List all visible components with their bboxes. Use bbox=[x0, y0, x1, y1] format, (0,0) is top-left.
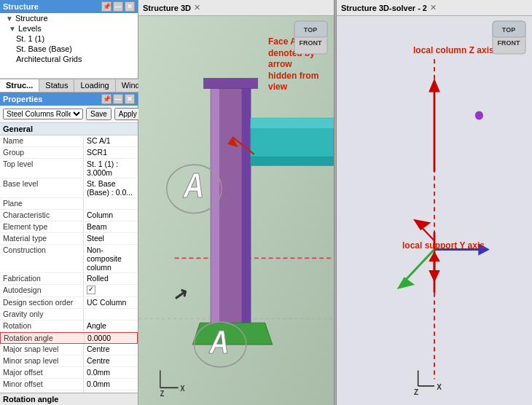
svg-text:A: A bbox=[208, 323, 229, 361]
svg-rect-12 bbox=[251, 118, 334, 128]
svg-point-36 bbox=[475, 111, 483, 120]
pin-button[interactable]: 📌 bbox=[101, 1, 112, 12]
svg-text:A: A bbox=[183, 166, 205, 205]
app-container: Structure 📌 — ✕ ▼ Structure ▼ Levels bbox=[0, 0, 532, 405]
prop-minor-offset: Minor offset 0.0mm bbox=[0, 379, 138, 390]
prop-autodesign: Autodesign bbox=[0, 285, 138, 297]
props-minimize-button[interactable]: — bbox=[113, 94, 123, 104]
prop-material-type: Material type Steel bbox=[0, 233, 138, 245]
bottom-status-label: Rotation angle bbox=[0, 393, 138, 405]
structure-tree: ▼ Structure ▼ Levels St. 1 (1) St. Base … bbox=[0, 13, 138, 79]
save-button[interactable]: Save bbox=[86, 108, 112, 120]
properties-tab-bar: Struc... Status Loading Wind bbox=[0, 79, 138, 93]
svg-text:X: X bbox=[181, 384, 185, 393]
tree-item-st1[interactable]: St. 1 (1) bbox=[0, 34, 138, 44]
tree-item-stbase[interactable]: St. Base (Base) bbox=[0, 44, 138, 54]
prop-rotation: Rotation Angle bbox=[0, 321, 138, 332]
properties-panel-title: Properties bbox=[3, 95, 42, 103]
tree-item-archgrids[interactable]: Architectural Grids bbox=[0, 54, 138, 64]
viewports-container: Structure 3D ✕ TOP FRONT bbox=[138, 0, 532, 405]
minimize-button[interactable]: — bbox=[113, 1, 123, 12]
structure-panel-title: Structure bbox=[3, 2, 39, 11]
viewport-3d-title: Structure 3D bbox=[143, 4, 191, 12]
nav-cube-svg: TOP FRONT bbox=[291, 17, 331, 58]
tree-item-levels[interactable]: ▼ Levels bbox=[0, 23, 138, 34]
svg-text:TOP: TOP bbox=[502, 26, 515, 34]
prop-group: Group SCR1 bbox=[0, 147, 138, 159]
svg-rect-14 bbox=[203, 78, 257, 88]
svg-rect-11 bbox=[251, 157, 334, 165]
top-bar: Structure 📌 — ✕ ▼ Structure ▼ Levels bbox=[0, 0, 532, 405]
props-pin-button[interactable]: 📌 bbox=[101, 94, 112, 104]
tab-loading[interactable]: Loading bbox=[74, 79, 115, 92]
viewport-solver-title: Structure 3D-solver - 2 bbox=[341, 4, 427, 12]
viewport-solver-tab: Structure 3D-solver - 2 ✕ bbox=[337, 0, 532, 16]
tree-label-archgrids: Architectural Grids bbox=[16, 55, 82, 63]
prop-rotation-angle: Rotation angle 0.0000 bbox=[0, 332, 138, 344]
prop-characteristic: Characteristic Column bbox=[0, 210, 138, 221]
prop-name: Name SC A/1 bbox=[0, 135, 138, 147]
prop-major-snap: Major snap level Centre bbox=[0, 344, 138, 355]
tree-item-structure[interactable]: ▼ Structure bbox=[0, 13, 138, 23]
prop-gravity-only: Gravity only bbox=[0, 309, 138, 321]
prop-major-offset: Major offset 0.0mm bbox=[0, 367, 138, 379]
viewport-3d-scene: A A ↗ Z X bbox=[138, 16, 334, 405]
svg-text:TOP: TOP bbox=[304, 26, 317, 34]
structure-panel-controls: 📌 — ✕ bbox=[101, 1, 135, 12]
prop-plane: Plane bbox=[0, 198, 138, 210]
svg-rect-8 bbox=[211, 85, 219, 327]
viewport-3d: Structure 3D ✕ TOP FRONT bbox=[138, 0, 334, 405]
expand-icon: ▼ bbox=[6, 15, 13, 23]
tree-label-st1: St. 1 (1) bbox=[16, 34, 44, 43]
nav-cube-solver: TOP FRONT bbox=[489, 17, 529, 58]
properties-panel-controls: 📌 — ✕ bbox=[101, 94, 135, 104]
tree-label-levels: Levels bbox=[18, 24, 42, 33]
viewport-3d-close[interactable]: ✕ bbox=[194, 3, 200, 12]
close-button[interactable]: ✕ bbox=[125, 1, 135, 12]
svg-text:FRONT: FRONT bbox=[300, 39, 322, 47]
tree-label-stbase: St. Base (Base) bbox=[16, 44, 72, 53]
svg-text:Z: Z bbox=[414, 388, 419, 396]
section-general[interactable]: General bbox=[0, 123, 138, 135]
prop-design-section: Design section order UC Column bbox=[0, 297, 138, 309]
properties-panel-header: Properties 📌 — ✕ bbox=[0, 93, 138, 106]
tab-status[interactable]: Status bbox=[39, 79, 74, 92]
svg-text:FRONT: FRONT bbox=[498, 39, 520, 47]
props-close-button[interactable]: ✕ bbox=[125, 94, 135, 104]
nav-cube-solver-svg: TOP FRONT bbox=[489, 17, 529, 58]
viewport-solver-close[interactable]: ✕ bbox=[430, 3, 437, 12]
viewport-solver-scene: Z X bbox=[337, 16, 532, 405]
prop-element-type: Element type Beam bbox=[0, 221, 138, 233]
nav-cube-3d: TOP FRONT bbox=[291, 17, 331, 58]
svg-rect-9 bbox=[242, 85, 251, 327]
prop-construction: Construction Non-composite column bbox=[0, 245, 138, 273]
viewport-3d-tab: Structure 3D ✕ bbox=[138, 0, 334, 16]
svg-rect-10 bbox=[251, 127, 334, 157]
left-panel: Structure 📌 — ✕ ▼ Structure ▼ Levels bbox=[0, 0, 138, 405]
svg-text:X: X bbox=[437, 382, 442, 390]
props-panel-content: General Name SC A/1 Group SCR1 Top level… bbox=[0, 123, 138, 393]
tree-label: Structure bbox=[15, 14, 48, 23]
autodesign-checkbox[interactable] bbox=[87, 286, 95, 294]
viewport-divider bbox=[335, 0, 336, 405]
prop-minor-snap: Minor snap level Centre bbox=[0, 355, 138, 367]
props-type-select[interactable]: Steel Columns Rolled Non-Composit... bbox=[3, 109, 83, 119]
apply-button[interactable]: Apply bbox=[114, 108, 141, 120]
props-type-dropdown-row: Steel Columns Rolled Non-Composit... Sav… bbox=[0, 106, 138, 123]
expand-icon-levels: ▼ bbox=[9, 25, 16, 33]
svg-text:Z: Z bbox=[160, 389, 164, 398]
prop-fabrication: Fabrication Rolled bbox=[0, 273, 138, 285]
viewport-solver: Structure 3D-solver - 2 ✕ TOP FRONT bbox=[337, 0, 532, 405]
tab-struc[interactable]: Struc... bbox=[0, 79, 39, 92]
prop-top-level: Top level St. 1 (1) : 3.000m bbox=[0, 159, 138, 178]
prop-base-level: Base level St. Base (Base) : 0.0... bbox=[0, 178, 138, 198]
structure-panel-header: Structure 📌 — ✕ bbox=[0, 0, 138, 13]
